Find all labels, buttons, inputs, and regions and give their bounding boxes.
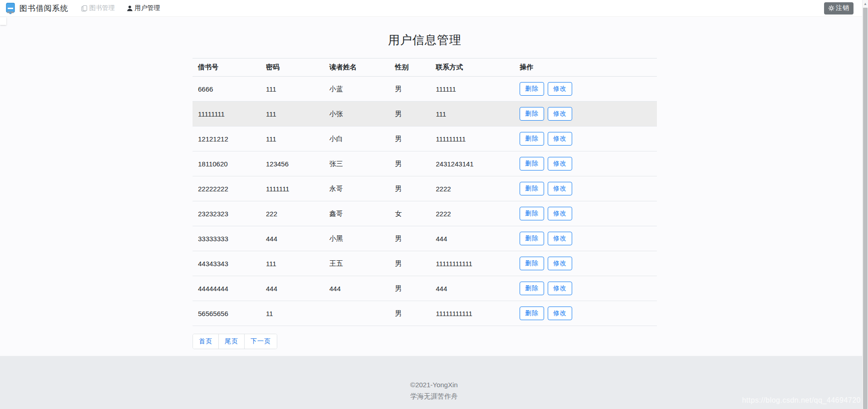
nav-item-label: 用户管理 bbox=[135, 4, 160, 12]
page-title: 用户信息管理 bbox=[193, 32, 657, 48]
table-header: 借书号密码读者姓名性别联系方式操作 bbox=[193, 58, 657, 77]
edit-button[interactable]: 修改 bbox=[548, 307, 572, 320]
watermark: https://blog.csdn.net/qq_44694720 bbox=[742, 396, 861, 404]
scrollbar-up-arrow-icon[interactable]: ▲ bbox=[863, 1, 868, 7]
cell-password: 444 bbox=[260, 276, 324, 301]
cell-password: 111 bbox=[260, 77, 324, 102]
pagination-first-button[interactable]: 首页 bbox=[193, 334, 218, 349]
edit-button[interactable]: 修改 bbox=[548, 82, 572, 96]
column-header-contact: 联系方式 bbox=[430, 58, 514, 77]
delete-button[interactable]: 删除 bbox=[520, 257, 544, 270]
scrollbar-thumb[interactable] bbox=[863, 8, 868, 409]
delete-button[interactable]: 删除 bbox=[520, 307, 544, 320]
edit-button[interactable]: 修改 bbox=[548, 207, 572, 220]
column-header-reader-name: 读者姓名 bbox=[324, 58, 390, 77]
edit-button[interactable]: 修改 bbox=[548, 157, 572, 170]
cell-borrow-id: 22222222 bbox=[193, 176, 260, 201]
cell-name bbox=[324, 301, 390, 326]
cell-borrow-id: 44444444 bbox=[193, 276, 260, 301]
cell-borrow-id: 11111111 bbox=[193, 102, 260, 127]
cell-name: 小蓝 bbox=[324, 77, 390, 102]
cell-gender: 男 bbox=[390, 127, 430, 151]
edit-button[interactable]: 修改 bbox=[548, 107, 572, 121]
delete-button[interactable]: 删除 bbox=[520, 157, 544, 170]
gear-icon bbox=[828, 5, 834, 11]
cell-borrow-id: 56565656 bbox=[193, 301, 260, 326]
cell-password: 1111111 bbox=[260, 176, 324, 201]
delete-button[interactable]: 删除 bbox=[520, 232, 544, 245]
cell-name: 永哥 bbox=[324, 176, 390, 201]
logout-label: 注销 bbox=[836, 4, 849, 12]
delete-button[interactable]: 删除 bbox=[520, 182, 544, 195]
users-table: 借书号密码读者姓名性别联系方式操作 6666111小蓝男111111删除修改11… bbox=[193, 58, 657, 326]
edit-button[interactable]: 修改 bbox=[548, 282, 572, 295]
cell-gender: 女 bbox=[390, 201, 430, 226]
cell-contact: 2222 bbox=[430, 201, 514, 226]
books-icon bbox=[81, 5, 88, 12]
cell-gender: 男 bbox=[390, 151, 430, 176]
navbar: 图书借阅系统 图书管理 用户管理 bbox=[0, 0, 868, 17]
edit-button[interactable]: 修改 bbox=[548, 232, 572, 245]
table-row: 222222221111111永哥男2222删除修改 bbox=[193, 176, 657, 201]
cell-contact: 11111111111 bbox=[430, 251, 514, 276]
delete-button[interactable]: 删除 bbox=[520, 132, 544, 146]
cell-actions: 删除修改 bbox=[514, 77, 657, 102]
delete-button[interactable]: 删除 bbox=[520, 207, 544, 220]
brand[interactable]: 图书借阅系统 bbox=[5, 3, 68, 14]
column-header-actions: 操作 bbox=[514, 58, 657, 77]
cell-password: 111 bbox=[260, 127, 324, 151]
cell-contact: 111111 bbox=[430, 77, 514, 102]
column-header-borrow-id: 借书号 bbox=[193, 58, 260, 77]
cell-gender: 男 bbox=[390, 226, 430, 251]
delete-button[interactable]: 删除 bbox=[520, 107, 544, 121]
cell-gender: 男 bbox=[390, 251, 430, 276]
nav-links: 图书管理 用户管理 bbox=[81, 4, 160, 12]
cell-contact: 444 bbox=[430, 226, 514, 251]
brand-title: 图书借阅系统 bbox=[19, 3, 68, 14]
cell-name: 鑫哥 bbox=[324, 201, 390, 226]
footer: ©2021-YongXin 学海无涯苦作舟 bbox=[0, 356, 868, 409]
cell-name: 小张 bbox=[324, 102, 390, 127]
cell-borrow-id: 44343343 bbox=[193, 251, 260, 276]
delete-button[interactable]: 删除 bbox=[520, 282, 544, 295]
copyright-text: ©2021-YongXin bbox=[0, 381, 868, 389]
pagination: 首页尾页下一页 bbox=[193, 334, 277, 349]
edit-button[interactable]: 修改 bbox=[548, 132, 572, 146]
pagination-last-button[interactable]: 尾页 bbox=[218, 334, 244, 349]
nav-item-label: 图书管理 bbox=[89, 4, 115, 12]
cell-gender: 男 bbox=[390, 276, 430, 301]
cell-gender: 男 bbox=[390, 102, 430, 127]
cell-name: 张三 bbox=[324, 151, 390, 176]
cell-actions: 删除修改 bbox=[514, 151, 657, 176]
cell-borrow-id: 23232323 bbox=[193, 201, 260, 226]
nav-item-user-management[interactable]: 用户管理 bbox=[126, 4, 160, 12]
cell-name: 王五 bbox=[324, 251, 390, 276]
logout-button[interactable]: 注销 bbox=[824, 2, 854, 15]
motto-text: 学海无涯苦作舟 bbox=[0, 392, 868, 401]
cell-contact: 111111111 bbox=[430, 127, 514, 151]
nav-item-book-management[interactable]: 图书管理 bbox=[81, 4, 115, 12]
cell-gender: 男 bbox=[390, 301, 430, 326]
cell-gender: 男 bbox=[390, 77, 430, 102]
cell-actions: 删除修改 bbox=[514, 102, 657, 127]
edit-button[interactable]: 修改 bbox=[548, 182, 572, 195]
cell-contact: 111 bbox=[430, 102, 514, 127]
cell-password: 111 bbox=[260, 251, 324, 276]
table-row: 12121212111小白男111111111删除修改 bbox=[193, 127, 657, 151]
cell-borrow-id: 6666 bbox=[193, 77, 260, 102]
table-row: 5656565611男11111111111删除修改 bbox=[193, 301, 657, 326]
cell-password: 123456 bbox=[260, 151, 324, 176]
delete-button[interactable]: 删除 bbox=[520, 82, 544, 96]
vertical-scrollbar[interactable]: ▲ bbox=[862, 0, 868, 409]
cell-name: 444 bbox=[324, 276, 390, 301]
edit-button[interactable]: 修改 bbox=[548, 257, 572, 270]
pagination-next-button[interactable]: 下一页 bbox=[244, 334, 277, 349]
column-header-gender: 性别 bbox=[390, 58, 430, 77]
cell-actions: 删除修改 bbox=[514, 251, 657, 276]
cell-contact: 444 bbox=[430, 276, 514, 301]
main-content: 用户信息管理 借书号密码读者姓名性别联系方式操作 6666111小蓝男11111… bbox=[193, 17, 657, 349]
cell-contact: 2222 bbox=[430, 176, 514, 201]
book-logo-icon bbox=[5, 3, 15, 14]
cell-actions: 删除修改 bbox=[514, 276, 657, 301]
column-header-password: 密码 bbox=[260, 58, 324, 77]
